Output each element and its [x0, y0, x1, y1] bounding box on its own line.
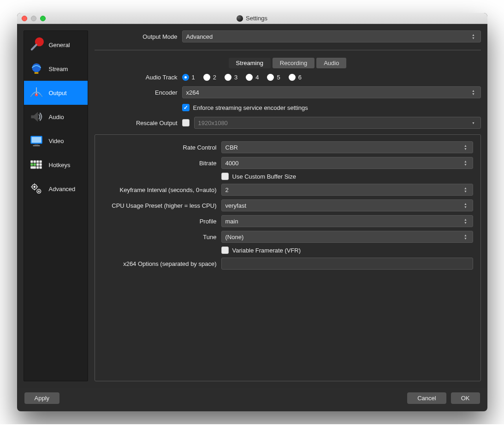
svg-rect-19 — [36, 166, 39, 168]
apply-button[interactable]: Apply — [24, 392, 60, 404]
cpu-preset-select[interactable]: veryfast ▲▼ — [221, 199, 473, 211]
svg-rect-13 — [39, 160, 42, 162]
tab-audio[interactable]: Audio — [316, 58, 346, 68]
settings-sidebar: General Stream Output Audio — [24, 30, 88, 381]
x264-options-field[interactable] — [221, 258, 473, 270]
svg-point-3 — [32, 63, 41, 72]
ok-button[interactable]: OK — [451, 392, 480, 404]
tune-label: Tune — [102, 234, 217, 241]
svg-rect-1 — [30, 43, 37, 51]
rescale-checkbox[interactable] — [182, 119, 190, 126]
minimize-button[interactable] — [31, 16, 36, 21]
rate-control-label: Rate Control — [102, 144, 217, 151]
tab-recording[interactable]: Recording — [273, 58, 314, 68]
output-mode-select[interactable]: Advanced ▲▼ — [182, 30, 481, 42]
sidebar-item-stream[interactable]: Stream — [24, 57, 88, 81]
sidebar-item-output[interactable]: Output — [24, 81, 88, 105]
svg-rect-9 — [33, 145, 40, 146]
sidebar-item-general[interactable]: General — [24, 33, 88, 57]
x264-options-label: x264 Options (separated by space) — [102, 260, 217, 267]
output-tabs: Streaming Recording Audio — [95, 58, 481, 68]
spinner-arrows-icon[interactable]: ▲▼ — [462, 187, 469, 193]
output-mode-value: Advanced — [186, 33, 213, 40]
tune-select[interactable]: (None) ▲▼ — [221, 231, 473, 243]
window-title: Settings — [246, 15, 267, 22]
wrench-icon — [29, 37, 44, 53]
encoder-settings-panel: Rate Control CBR ▲▼ Bitrate 4000 ▲▼ — [95, 134, 481, 381]
titlebar: Settings — [17, 13, 487, 24]
encoder-label: Encoder — [95, 89, 178, 96]
chevron-updown-icon: ▲▼ — [462, 144, 469, 150]
profile-select[interactable]: main ▲▼ — [221, 215, 473, 227]
chevron-updown-icon: ▲▼ — [462, 234, 469, 240]
custom-buffer-checkbox[interactable] — [221, 173, 229, 180]
sidebar-item-label: Audio — [49, 114, 64, 120]
svg-rect-11 — [33, 160, 36, 162]
vfr-label: Variable Framerate (VFR) — [232, 247, 301, 254]
bitrate-field[interactable]: 4000 ▲▼ — [221, 157, 473, 169]
tab-streaming[interactable]: Streaming — [229, 58, 271, 68]
close-button[interactable] — [22, 16, 27, 21]
tab-label: Streaming — [236, 60, 263, 66]
chevron-updown-icon: ▲▼ — [470, 90, 477, 96]
sidebar-item-label: Video — [49, 138, 64, 144]
svg-rect-16 — [36, 163, 39, 166]
sidebar-item-label: Output — [49, 90, 67, 96]
rate-control-select[interactable]: CBR ▲▼ — [221, 141, 473, 153]
bitrate-value: 4000 — [225, 160, 239, 167]
chevron-down-icon: ▼ — [470, 121, 477, 125]
audio-track-4[interactable]: 4 — [246, 74, 259, 81]
keyframe-value: 2 — [225, 186, 229, 193]
audio-track-1[interactable]: 1 — [182, 74, 195, 81]
sidebar-item-label: Hotkeys — [49, 162, 71, 168]
svg-rect-14 — [30, 163, 33, 166]
sidebar-item-label: Advanced — [49, 186, 76, 192]
svg-rect-15 — [33, 163, 36, 166]
sidebar-item-label: General — [49, 42, 70, 48]
vfr-checkbox[interactable] — [221, 247, 229, 254]
audio-track-label: Audio Track — [95, 74, 178, 81]
keyframe-label: Keyframe Interval (seconds, 0=auto) — [102, 186, 217, 193]
antenna-icon — [29, 85, 44, 101]
enforce-encoder-label: Enforce streaming service encoder settin… — [193, 104, 308, 111]
encoder-select[interactable]: x264 ▲▼ — [182, 86, 481, 98]
audio-track-radios: 1 2 3 4 5 6 — [182, 74, 302, 81]
svg-rect-18 — [30, 166, 36, 168]
sidebar-item-hotkeys[interactable]: Hotkeys — [24, 153, 88, 177]
cpu-preset-value: veryfast — [225, 202, 247, 209]
audio-track-5[interactable]: 5 — [267, 74, 280, 81]
sidebar-item-advanced[interactable]: Advanced — [24, 177, 88, 201]
svg-point-24 — [38, 191, 39, 192]
svg-rect-10 — [30, 160, 33, 162]
spinner-arrows-icon[interactable]: ▲▼ — [462, 160, 469, 166]
keyframe-field[interactable]: 2 ▲▼ — [221, 184, 473, 196]
rescale-select[interactable]: 1920x1080 ▼ — [194, 117, 481, 129]
dialog-footer: Apply Cancel OK — [17, 388, 487, 411]
encoder-value: x264 — [186, 89, 199, 96]
sidebar-item-video[interactable]: Video — [24, 129, 88, 153]
sidebar-item-audio[interactable]: Audio — [24, 105, 88, 129]
profile-label: Profile — [102, 218, 217, 225]
svg-rect-17 — [39, 163, 42, 166]
tab-label: Recording — [280, 60, 307, 66]
obs-logo-icon — [237, 15, 243, 22]
custom-buffer-label: Use Custom Buffer Size — [232, 173, 296, 180]
audio-track-3[interactable]: 3 — [225, 74, 237, 81]
svg-point-22 — [34, 186, 35, 187]
bitrate-label: Bitrate — [102, 160, 217, 167]
cancel-button[interactable]: Cancel — [407, 392, 446, 404]
monitor-icon — [29, 133, 44, 149]
svg-rect-20 — [39, 166, 42, 168]
audio-track-2[interactable]: 2 — [203, 74, 216, 81]
tab-label: Audio — [324, 60, 339, 66]
chevron-updown-icon: ▲▼ — [462, 203, 469, 209]
audio-track-6[interactable]: 6 — [289, 74, 302, 81]
chevron-updown-icon: ▲▼ — [462, 218, 469, 224]
maximize-button[interactable] — [40, 16, 46, 21]
enforce-encoder-checkbox[interactable] — [182, 104, 190, 111]
profile-value: main — [225, 218, 238, 225]
output-mode-label: Output Mode — [95, 33, 178, 40]
svg-rect-8 — [34, 144, 38, 145]
speaker-icon — [29, 109, 44, 125]
rescale-label: Rescale Output — [95, 120, 178, 126]
